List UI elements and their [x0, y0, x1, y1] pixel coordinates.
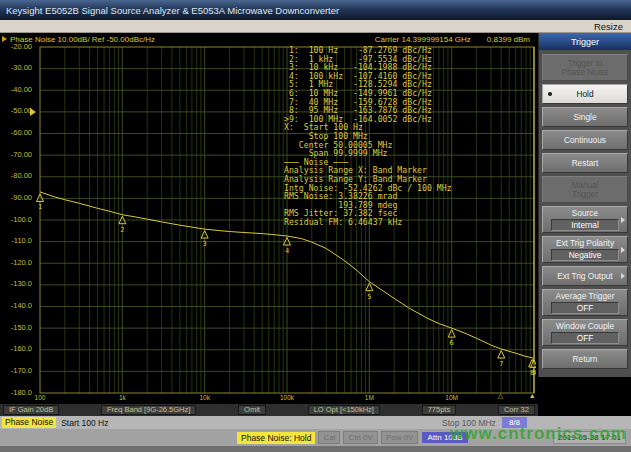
menu-item-label: Restart	[572, 159, 599, 168]
menu-item-label: Ext Trig Output	[557, 272, 612, 281]
status-chip-if-gain-20db: IF Gain 20dB	[3, 405, 59, 415]
trace-marker-flag-3	[201, 231, 208, 239]
menu-item-label: Source	[572, 209, 598, 218]
menu-item-label: Continuous	[564, 136, 606, 145]
submenu-arrow-icon	[621, 217, 625, 223]
carrier-frequency: Carrier 14.399999154 GHz	[375, 35, 471, 44]
status-chip-lo-opt-150khz: LO Opt [<150kHz]	[308, 405, 380, 415]
trace-marker-number-6: 6	[450, 339, 454, 347]
status-chip-cal: Cal	[318, 431, 340, 444]
window-title: Keysight E5052B Signal Source Analyzer &…	[6, 5, 339, 16]
y-tick-label: -60.00	[0, 129, 32, 137]
window-titlebar: Keysight E5052B Signal Source Analyzer &…	[0, 0, 631, 20]
y-tick-label: -50.00	[0, 107, 32, 115]
softkey-menu-panel: Trigger Trigger toPhase NoiseHoldSingleC…	[538, 33, 631, 377]
menu-header-trigger: Trigger	[539, 33, 631, 50]
instrument-screen: Phase Noise 10.00dB/ Ref -50.00dBc/Hz Ca…	[0, 33, 538, 404]
menu-item-label: Window Couple	[556, 322, 614, 331]
footer-strip	[0, 446, 631, 452]
status-chip-pow-0v: Pow 0V	[381, 431, 419, 444]
trace-marker-number-2: 2	[120, 226, 124, 234]
menu-item-trigger-to: Trigger toPhase Noise	[542, 54, 628, 81]
y-tick-label: -170.0	[0, 367, 32, 375]
menu-item-continuous[interactable]: Continuous	[542, 130, 628, 150]
y-tick-label: -130.0	[0, 280, 32, 288]
status-chip-corr-32: Corr 32	[498, 405, 535, 415]
menu-item-label-line2: Phase Noise	[561, 68, 608, 77]
y-tick-label: -150.0	[0, 324, 32, 332]
trace-marker-flag-7	[498, 351, 505, 359]
menu-item-label: Average Trigger	[556, 292, 615, 301]
status-chip-ctrl-0v: Ctrl 0V	[343, 431, 377, 444]
menu-item-average-trigger[interactable]: Average TriggerOFF	[542, 289, 628, 316]
menu-item-value: Internal	[551, 219, 619, 231]
start-frequency-label: Start 100 Hz	[61, 418, 108, 428]
menu-item-manual: ManualTrigger	[542, 176, 628, 203]
y-tick-label: -90.00	[0, 194, 32, 202]
y-tick-label: -70.00	[0, 151, 32, 159]
menu-item-label: Single	[573, 113, 596, 122]
trace-marker-number-5: 5	[367, 293, 371, 301]
trace-marker-number-1: 1	[38, 203, 42, 211]
menu-item-return[interactable]: Return	[542, 349, 628, 369]
menu-item-single[interactable]: Single	[542, 107, 628, 127]
menu-item-window-couple[interactable]: Window CoupleOFF	[542, 319, 628, 346]
menu-item-ext-trig-polarity[interactable]: Ext Trig PolarityNegative	[542, 236, 628, 263]
y-tick-label: -40.00	[0, 86, 32, 94]
y-tick-label: -20.00	[0, 43, 32, 51]
submenu-arrow-icon	[621, 273, 625, 279]
inactive-status-chips: CalCtrl 0VPow 0V	[315, 431, 418, 444]
marker-readout: 1: 100 Hz -87.2769 dBc/Hz 2: 1 kHz -97.5…	[284, 46, 452, 226]
status-chip-775pts: 775pts	[422, 405, 457, 415]
band-marker-filled-icon: ▲	[529, 392, 536, 399]
menu-item-label: Hold	[576, 90, 593, 99]
active-trace-icon	[2, 36, 7, 42]
status-chip-omit: Omit	[238, 405, 266, 415]
menu-item-label: Return	[573, 355, 598, 364]
trace-marker-number-9: 9	[532, 369, 536, 377]
trace-marker-number-4: 4	[285, 247, 289, 255]
trace-marker-flag-5	[366, 283, 373, 291]
y-tick-label: -80.00	[0, 172, 32, 180]
measurement-status-row: IF Gain 20dBFreq Band [9G-26.5GHz]OmitLO…	[0, 404, 538, 416]
menu-item-hold[interactable]: Hold	[542, 84, 628, 104]
watermark-text: www.cntronics.com	[450, 424, 627, 444]
menu-item-label: Ext Trig Polarity	[556, 239, 614, 248]
menu-item-label-line2: Trigger	[572, 190, 598, 199]
measurement-tab-phase-noise[interactable]: Phase Noise	[2, 417, 56, 428]
x-tick-label: 100	[27, 394, 53, 401]
resize-menu-item[interactable]: Resize	[594, 21, 623, 32]
y-tick-label: -160.0	[0, 345, 32, 353]
y-tick-label: -120.0	[0, 259, 32, 267]
trace-marker-number-3: 3	[203, 240, 207, 248]
application-window: Keysight E5052B Signal Source Analyzer &…	[0, 0, 631, 452]
menu-item-value: OFF	[551, 302, 619, 314]
trace-marker-flag-1	[37, 194, 44, 202]
menu-item-source[interactable]: SourceInternal	[542, 206, 628, 233]
trigger-state-chip: Phase Noise: Hold	[237, 432, 315, 444]
y-tick-label: -30.00	[0, 64, 32, 72]
x-tick-label: 1k	[109, 394, 135, 401]
x-tick-label: 10M	[439, 394, 465, 401]
menu-item-ext-trig-output[interactable]: Ext Trig Output	[542, 266, 628, 286]
y-tick-label: -100.0	[0, 216, 32, 224]
carrier-readout: Carrier 14.399999154 GHz 0.8399 dBm	[375, 35, 530, 44]
selected-bullet-icon	[548, 92, 552, 96]
menu-item-value: Negative	[551, 249, 619, 261]
band-marker-open-icon: △	[498, 392, 503, 399]
x-tick-label: 100k	[274, 394, 300, 401]
menu-item-restart[interactable]: Restart	[542, 153, 628, 173]
trace-marker-number-7: 7	[499, 360, 503, 368]
status-chip-freq-band-9g-26-5ghz: Freq Band [9G-26.5GHz]	[101, 405, 196, 415]
y-tick-label: -110.0	[0, 237, 32, 245]
x-tick-label: 10k	[192, 394, 218, 401]
submenu-arrow-icon	[621, 247, 625, 253]
trace-marker-flag-6	[448, 330, 455, 338]
softkey-menu: Trigger Trigger toPhase NoiseHoldSingleC…	[538, 33, 631, 416]
y-tick-label: -140.0	[0, 302, 32, 310]
carrier-power: 0.8399 dBm	[487, 35, 530, 44]
window-menubar: Resize	[0, 20, 631, 33]
x-tick-label: 1M	[356, 394, 382, 401]
menu-item-value: OFF	[551, 332, 619, 344]
menu-items: Trigger toPhase NoiseHoldSingleContinuou…	[539, 54, 631, 369]
